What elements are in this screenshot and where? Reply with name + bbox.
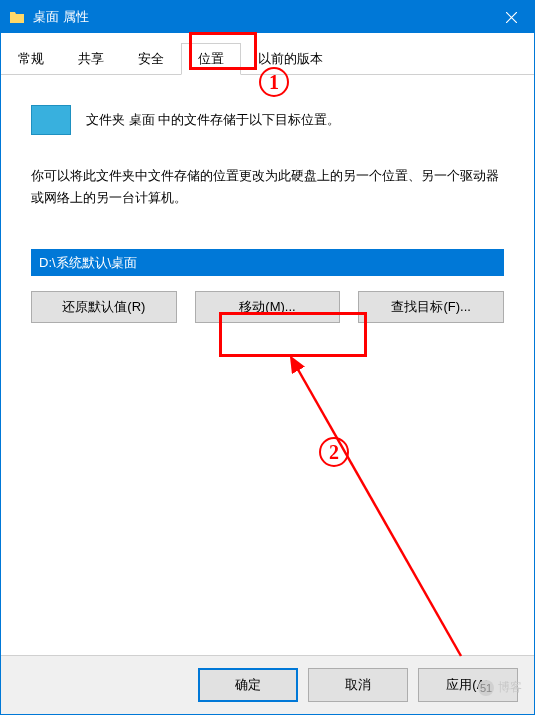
folder-info-row: 文件夹 桌面 中的文件存储于以下目标位置。 [31, 105, 504, 135]
find-target-button[interactable]: 查找目标(F)... [358, 291, 504, 323]
watermark-badge: 51 [478, 680, 494, 696]
svg-line-0 [296, 366, 461, 656]
watermark: 51 博客 [478, 679, 522, 696]
cancel-button[interactable]: 取消 [308, 668, 408, 702]
tab-security[interactable]: 安全 [121, 43, 181, 75]
properties-window: 桌面 属性 常规 共享 安全 位置 以前的版本 文件夹 桌面 中的文件存储于以下… [0, 0, 535, 715]
button-row: 还原默认值(R) 移动(M)... 查找目标(F)... [31, 291, 504, 323]
tab-sharing[interactable]: 共享 [61, 43, 121, 75]
annotation-number-2: 2 [319, 437, 349, 467]
folder-line-text: 文件夹 桌面 中的文件存储于以下目标位置。 [86, 111, 340, 129]
folder-icon [9, 9, 25, 25]
desktop-folder-icon [31, 105, 71, 135]
window-title: 桌面 属性 [33, 8, 489, 26]
ok-button[interactable]: 确定 [198, 668, 298, 702]
move-button[interactable]: 移动(M)... [195, 291, 341, 323]
close-icon [506, 12, 517, 23]
close-button[interactable] [489, 1, 534, 33]
bottom-bar: 确定 取消 应用(A) [1, 655, 534, 714]
annotation-arrow [281, 351, 471, 666]
tab-content-location: 文件夹 桌面 中的文件存储于以下目标位置。 你可以将此文件夹中文件存储的位置更改… [1, 75, 534, 343]
restore-default-button[interactable]: 还原默认值(R) [31, 291, 177, 323]
tab-previous-versions[interactable]: 以前的版本 [241, 43, 340, 75]
watermark-text: 博客 [498, 679, 522, 696]
annotation-number-1: 1 [259, 67, 289, 97]
path-input[interactable] [31, 249, 504, 276]
description-text: 你可以将此文件夹中文件存储的位置更改为此硬盘上的另一个位置、另一个驱动器或网络上… [31, 165, 504, 209]
tab-general[interactable]: 常规 [1, 43, 61, 75]
tab-location[interactable]: 位置 [181, 43, 241, 75]
titlebar: 桌面 属性 [1, 1, 534, 33]
